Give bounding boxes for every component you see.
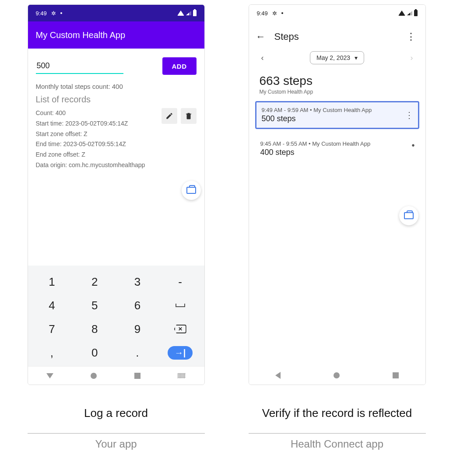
key-enter[interactable]: →| [159,341,202,364]
blank-area [249,165,425,366]
divider [28,433,205,434]
list-heading: List of records [36,94,197,105]
edit-button[interactable] [162,108,177,124]
left-column: 9:49 ✲ My Custom Health App [28,4,205,450]
date-next-button[interactable]: › [407,52,417,64]
status-dot-icon [281,12,283,14]
entry-meta: 9:45 AM - 9:55 AM • My Custom Health App [260,140,371,147]
space-icon [176,304,185,307]
entry-value: 400 steps [260,148,371,157]
entry-meta: 9:49 AM - 9:59 AM • My Custom Health App [262,107,372,113]
dnd-icon: ✲ [51,10,56,17]
numeric-keyboard: 1 2 3 - 4 5 6 7 8 9 ✕ , [28,266,204,366]
record-details: Count: 400 Start time: 2023-05-02T09:45:… [36,108,162,171]
key-6[interactable]: 6 [116,294,159,317]
toolbox-fab[interactable] [399,206,418,225]
date-nav: ‹ May 2, 2023 ▾ › [249,46,425,70]
record-count: Count: 400 [36,108,162,119]
blank-area [28,193,204,266]
status-dot-icon [60,12,62,14]
right-caption-2: Health Connect app [291,438,383,450]
battery-icon [193,10,197,16]
nav-home-icon[interactable] [334,372,340,378]
entry-value: 500 steps [262,114,372,123]
record-start: Start time: 2023-05-02T09:45:14Z [36,119,162,129]
total-source: My Custom Health App [260,89,415,95]
key-comma[interactable]: , [31,341,74,364]
hc-header: ← Steps ⋮ [249,21,425,46]
steps-entry-highlighted[interactable]: 9:49 AM - 9:59 AM • My Custom Health App… [255,101,419,129]
record-end-zone: End zone offset: Z [36,150,162,160]
hc-title: Steps [274,31,299,42]
steps-entry[interactable]: 9:45 AM - 9:55 AM • My Custom Health App… [255,136,419,161]
app-content: ADD Monthly total steps count: 400 List … [28,49,204,193]
add-button[interactable]: ADD [162,57,197,75]
status-bar-left: 9:49 ✲ [28,5,204,21]
key-backspace[interactable]: ✕ [159,317,202,341]
left-caption-1: Log a record [84,397,148,430]
total-steps: 663 steps [260,74,415,88]
nav-home-icon[interactable] [91,373,97,379]
pencil-icon [165,112,173,120]
steps-input[interactable] [36,59,123,74]
hide-keyboard-icon[interactable] [178,373,186,378]
briefcase-icon [404,212,414,219]
nav-back-icon[interactable] [275,372,281,379]
status-time: 9:49 [36,10,47,17]
record-origin: Data origin: com.hc.mycustomhealthapp [36,160,162,171]
entry-menu-icon[interactable]: ⋮ [405,110,414,120]
key-9[interactable]: 9 [116,317,159,341]
trash-icon [185,112,193,120]
overflow-menu-icon[interactable]: ⋮ [404,31,418,42]
app-title: My Custom Health App [36,30,126,40]
right-column: 9:49 ✲ ← Steps ⋮ ‹ May 2, 2023 [249,4,426,450]
date-prev-button[interactable]: ‹ [258,52,267,64]
left-phone: 9:49 ✲ My Custom Health App [28,4,205,385]
nav-bar-right [249,366,425,385]
key-1[interactable]: 1 [31,270,74,294]
divider [249,433,426,434]
date-label: May 2, 2023 [316,54,350,61]
nav-back-icon[interactable] [46,373,53,378]
back-arrow-icon[interactable]: ← [256,31,266,42]
toolbox-fab[interactable] [182,181,201,200]
status-bar-right: 9:49 ✲ [249,5,425,21]
status-time: 9:49 [257,10,268,17]
nav-bar-left [28,366,204,385]
nav-recents-icon[interactable] [393,372,399,378]
dnd-icon: ✲ [272,10,277,17]
record-start-zone: Start zone offset: Z [36,129,162,140]
signal-icon [186,11,191,15]
right-phone: 9:49 ✲ ← Steps ⋮ ‹ May 2, 2023 [249,4,426,385]
key-5[interactable]: 5 [73,294,116,317]
entry-menu-icon[interactable]: • [411,140,414,150]
key-minus[interactable]: - [159,270,202,294]
wifi-icon [177,10,184,16]
left-caption-2: Your app [95,438,137,450]
battery-icon [414,10,418,16]
key-7[interactable]: 7 [31,317,74,341]
chevron-down-icon: ▾ [355,54,358,61]
date-picker[interactable]: May 2, 2023 ▾ [310,51,364,64]
signal-icon [407,11,412,15]
hc-summary: 663 steps My Custom Health App [249,70,425,98]
record-end: End time: 2023-05-02T09:55:14Z [36,139,162,150]
key-space[interactable] [159,294,202,317]
key-8[interactable]: 8 [73,317,116,341]
key-dot[interactable]: . [116,341,159,364]
key-4[interactable]: 4 [31,294,74,317]
wifi-icon [398,10,405,16]
monthly-summary: Monthly total steps count: 400 [36,83,197,90]
right-caption-1: Verify if the record is reflected [262,397,412,430]
nav-recents-icon[interactable] [134,373,140,379]
app-bar: My Custom Health App [28,21,204,49]
key-2[interactable]: 2 [73,270,116,294]
key-0[interactable]: 0 [73,341,116,364]
briefcase-icon [186,187,196,194]
enter-icon: →| [168,346,193,360]
key-3[interactable]: 3 [116,270,159,294]
backspace-icon: ✕ [174,325,186,333]
delete-button[interactable] [181,108,197,124]
